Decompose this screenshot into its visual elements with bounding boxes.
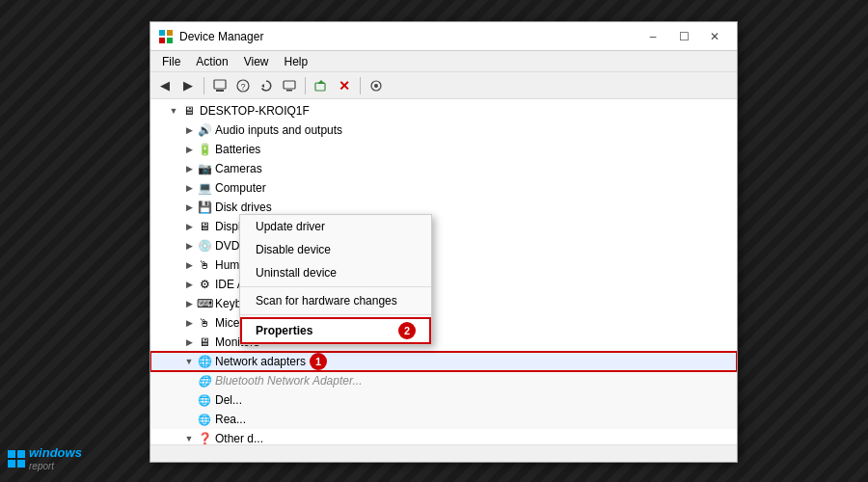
- logo-text: windows report: [29, 445, 82, 472]
- ctx-scan-label: Scan for hardware changes: [256, 294, 397, 308]
- net-sub1-label: Bluetooth Network Adapter...: [215, 374, 363, 388]
- svg-rect-2: [159, 38, 165, 43]
- net-del-label: Del...: [215, 393, 242, 407]
- ctx-uninstall-device[interactable]: Uninstall device: [240, 261, 431, 284]
- remove-button[interactable]: ✕: [334, 75, 355, 96]
- menu-file[interactable]: File: [154, 53, 188, 70]
- tree-audio[interactable]: ▶ 🔊 Audio inputs and outputs: [150, 120, 737, 140]
- ctx-separator: [240, 286, 431, 287]
- tree-network[interactable]: ▼ 🌐 Network adapters 1: [150, 352, 737, 371]
- context-menu: Update driver Disable device Uninstall d…: [239, 214, 432, 345]
- windows-icon: [8, 450, 25, 468]
- mice-icon: 🖱: [197, 315, 212, 331]
- tree-root[interactable]: ▼ 🖥 DESKTOP-KROIQ1F: [150, 101, 737, 120]
- menu-help[interactable]: Help: [277, 53, 316, 70]
- toolbar: ◀ ▶ ? ✕: [150, 72, 737, 99]
- monitors-icon: 🖥: [197, 335, 212, 350]
- svg-rect-5: [216, 90, 224, 92]
- tree-net-sub1[interactable]: 🌐 Bluetooth Network Adapter...: [150, 371, 737, 390]
- close-button[interactable]: ✕: [700, 27, 729, 46]
- menu-bar: File Action View Help: [150, 51, 737, 72]
- svg-marker-12: [317, 80, 325, 84]
- batteries-icon: 🔋: [197, 142, 212, 157]
- batteries-label: Batteries: [215, 143, 260, 156]
- root-label: DESKTOP-KROIQ1F: [200, 104, 310, 118]
- tree-other[interactable]: ▼ ❓ Other d...: [150, 429, 737, 444]
- window-icon: [158, 29, 174, 44]
- ctx-separator-2: [240, 314, 431, 315]
- cameras-expander[interactable]: ▶: [181, 161, 197, 176]
- monitors-expander[interactable]: ▶: [181, 335, 197, 350]
- network-expander[interactable]: ▼: [181, 354, 197, 369]
- hid-icon: 🖱: [197, 257, 212, 273]
- tree-cameras[interactable]: ▶ 📷 Cameras: [150, 159, 737, 178]
- tree-net-del[interactable]: 🌐 Del...: [150, 390, 737, 410]
- add-driver-button[interactable]: [311, 75, 332, 96]
- dvd-expander[interactable]: ▶: [181, 238, 197, 254]
- display-expander[interactable]: ▶: [181, 219, 197, 234]
- svg-rect-11: [315, 83, 325, 91]
- back-button[interactable]: ◀: [154, 75, 176, 96]
- tree-computer[interactable]: ▶ 💻 Computer: [150, 178, 737, 198]
- svg-text:?: ?: [240, 82, 245, 92]
- maximize-button[interactable]: ☐: [669, 27, 698, 46]
- properties-badge: 2: [398, 322, 416, 339]
- toolbar-sep-2: [305, 77, 306, 94]
- properties-toolbar-button[interactable]: [209, 75, 231, 96]
- batteries-expander[interactable]: ▶: [181, 142, 197, 157]
- update-button[interactable]: [256, 75, 277, 96]
- svg-rect-0: [159, 30, 165, 36]
- window-controls: – ☐ ✕: [638, 27, 729, 46]
- audio-expander[interactable]: ▶: [181, 122, 197, 138]
- disk-label: Disk drives: [215, 201, 272, 214]
- computer-expander[interactable]: ▶: [181, 180, 197, 196]
- scan-button[interactable]: [366, 75, 387, 96]
- svg-rect-9: [284, 81, 295, 89]
- ctx-scan-hardware[interactable]: Scan for hardware changes: [240, 289, 431, 312]
- svg-point-14: [374, 84, 378, 88]
- toolbar-sep-1: [203, 77, 204, 94]
- mice-expander[interactable]: ▶: [181, 315, 197, 331]
- tree-batteries[interactable]: ▶ 🔋 Batteries: [150, 140, 737, 159]
- other-icon: ❓: [197, 431, 212, 444]
- ide-expander[interactable]: ▶: [181, 277, 197, 292]
- keyboards-icon: ⌨: [197, 296, 212, 311]
- other-expander[interactable]: ▼: [181, 431, 197, 444]
- ctx-properties[interactable]: Properties 2: [240, 317, 431, 344]
- menu-view[interactable]: View: [236, 53, 277, 70]
- computer-node-icon: 💻: [197, 180, 212, 196]
- minimize-button[interactable]: –: [638, 27, 667, 46]
- dvd-icon: 💿: [197, 238, 212, 254]
- forward-button[interactable]: ▶: [177, 75, 199, 96]
- title-bar: Device Manager – ☐ ✕: [150, 22, 737, 51]
- disk-icon: 💾: [197, 200, 212, 215]
- keyboards-expander[interactable]: ▶: [181, 296, 197, 311]
- net-adapter-icon: 🌐: [197, 373, 212, 388]
- svg-marker-8: [261, 84, 264, 88]
- ctx-uninstall-label: Uninstall device: [256, 266, 337, 280]
- computer-label: Computer: [215, 181, 266, 195]
- svg-rect-3: [167, 38, 173, 43]
- menu-action[interactable]: Action: [188, 53, 235, 70]
- svg-rect-1: [167, 30, 173, 36]
- network-label: Network adapters: [215, 355, 306, 368]
- root-expander[interactable]: ▼: [166, 103, 181, 119]
- network-badge: 1: [310, 353, 327, 370]
- ctx-update-driver[interactable]: Update driver: [240, 215, 431, 238]
- window-title: Device Manager: [179, 30, 638, 43]
- svg-rect-4: [214, 80, 226, 89]
- cameras-label: Cameras: [215, 162, 262, 175]
- device-manager-window: Device Manager – ☐ ✕ File Action View He…: [149, 21, 738, 463]
- tree-net-rea[interactable]: 🌐 Rea...: [150, 410, 737, 429]
- display-icon: 🖥: [197, 219, 212, 234]
- toolbar-sep-3: [360, 77, 361, 94]
- net-rea-label: Rea...: [215, 413, 246, 426]
- cameras-icon: 📷: [197, 161, 212, 176]
- disk-expander[interactable]: ▶: [181, 200, 197, 215]
- other-label: Other d...: [215, 432, 263, 444]
- hid-expander[interactable]: ▶: [181, 257, 197, 273]
- monitor-button[interactable]: [279, 75, 300, 96]
- ctx-disable-device[interactable]: Disable device: [240, 238, 431, 261]
- help-toolbar-button[interactable]: ?: [232, 75, 254, 96]
- ctx-properties-label: Properties: [256, 324, 312, 337]
